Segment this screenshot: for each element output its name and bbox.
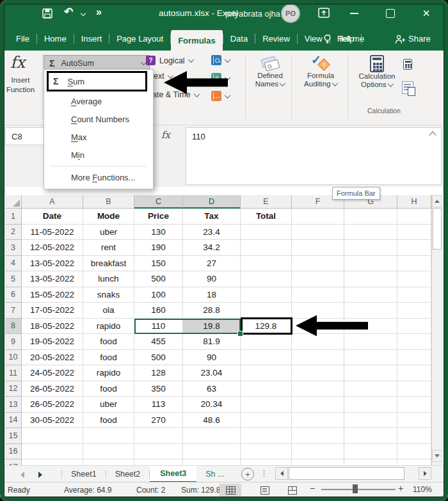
cell-B2[interactable]: uber [83, 225, 134, 241]
cell-D13[interactable]: 20.34 [183, 397, 241, 413]
tab-review[interactable]: Review [255, 27, 297, 51]
cell-H15[interactable] [397, 428, 431, 444]
cell-D3[interactable]: 34.2 [183, 240, 241, 256]
tab-page-layout[interactable]: Page Layout [109, 27, 170, 51]
cell-C13[interactable]: 113 [134, 397, 183, 413]
share-label[interactable]: Share [408, 34, 431, 44]
formula-auditing-button[interactable]: ✓ ! Formula Auditing [298, 55, 344, 88]
cell-H1[interactable] [397, 209, 431, 225]
hscroll-right-button[interactable] [419, 467, 431, 480]
cell-G11[interactable] [344, 365, 397, 381]
cell-G4[interactable] [344, 256, 397, 272]
cell-B7[interactable]: ola [83, 303, 134, 319]
cell-F17[interactable] [292, 459, 344, 465]
undo-chevron-icon[interactable] [81, 11, 86, 16]
menu-item-average[interactable]: Average [44, 92, 153, 110]
cell-A5[interactable]: 13-05-2022 [22, 271, 83, 287]
tab-data[interactable]: Data [223, 27, 255, 51]
new-sheet-button[interactable]: + [241, 468, 254, 481]
cell-B9[interactable]: food [83, 334, 134, 350]
sheet-nav-next-icon[interactable] [38, 472, 42, 478]
cell-H6[interactable] [397, 287, 431, 303]
row-header-9[interactable]: 9 [5, 334, 22, 350]
cell-C4[interactable]: 150 [134, 256, 183, 272]
cell-H4[interactable] [397, 256, 431, 272]
cell-A12[interactable]: 26-05-2022 [22, 381, 83, 397]
sheet-tab-sh[interactable]: Sh ... [196, 466, 233, 482]
cell-E10[interactable] [241, 350, 292, 366]
row-header-12[interactable]: 12 [5, 381, 22, 397]
cell-E5[interactable] [241, 271, 292, 287]
cell-A4[interactable]: 13-05-2022 [22, 256, 83, 272]
maximize-button[interactable] [382, 6, 399, 20]
cell-E9[interactable] [241, 334, 292, 350]
cell-F12[interactable] [292, 381, 344, 397]
column-header-A[interactable]: A [22, 195, 83, 209]
select-all-corner[interactable] [5, 195, 22, 209]
cell-H14[interactable] [397, 413, 431, 429]
cell-B4[interactable]: breakfast [83, 256, 134, 272]
cell-H9[interactable] [397, 334, 431, 350]
cell-F3[interactable] [292, 240, 344, 256]
cell-D17[interactable] [183, 459, 241, 465]
cell-A1[interactable]: Date [22, 209, 83, 225]
cell-F4[interactable] [292, 256, 344, 272]
cell-B3[interactable]: rent [83, 240, 134, 256]
cell-A3[interactable]: 12-05-2022 [22, 240, 83, 256]
hscroll-left-button[interactable] [275, 467, 288, 480]
vertical-scrollbar[interactable] [431, 195, 442, 465]
calculation-options-button[interactable]: Calculation Options [354, 55, 400, 88]
cell-F10[interactable] [292, 350, 344, 366]
cell-A10[interactable]: 20-05-2022 [22, 350, 83, 366]
cell-D12[interactable]: 63 [183, 381, 241, 397]
sheet-nav-prev-icon[interactable] [20, 472, 24, 478]
sheet-tab-sheet1[interactable]: Sheet1 [62, 466, 106, 482]
cell-D5[interactable]: 90 [183, 271, 241, 287]
cell-E12[interactable] [241, 381, 292, 397]
cell-G5[interactable] [344, 271, 397, 287]
row-header-16[interactable]: 16 [5, 444, 22, 460]
cell-H3[interactable] [397, 240, 431, 256]
minimize-button[interactable] [346, 6, 362, 20]
cell-D2[interactable]: 23.4 [183, 225, 241, 241]
scroll-down-button[interactable] [432, 450, 442, 462]
cell-B15[interactable] [83, 428, 134, 444]
cell-C2[interactable]: 130 [134, 225, 183, 241]
cell-E8[interactable]: 129.8 [241, 319, 292, 335]
cell-F13[interactable] [292, 397, 344, 413]
cell-D6[interactable]: 18 [183, 287, 241, 303]
cell-E2[interactable] [241, 225, 292, 241]
zoom-out-button[interactable]: − [310, 483, 315, 493]
cell-G16[interactable] [344, 444, 397, 460]
cell-D11[interactable]: 23.04 [183, 365, 241, 381]
menu-item-more-functions-[interactable]: More Functions... [44, 168, 153, 186]
row-header-14[interactable]: 14 [5, 413, 22, 429]
cell-B10[interactable]: food [83, 350, 134, 366]
cell-H13[interactable] [397, 397, 431, 413]
fx-icon[interactable]: fx [161, 129, 170, 141]
cell-C15[interactable] [134, 428, 183, 444]
cell-D16[interactable] [183, 444, 241, 460]
row-header-3[interactable]: 3 [5, 240, 22, 256]
cell-C3[interactable]: 190 [134, 240, 183, 256]
zoom-slider-track[interactable] [321, 489, 396, 490]
cell-C10[interactable]: 500 [134, 350, 183, 366]
cell-G15[interactable] [344, 428, 397, 444]
cell-H16[interactable] [397, 444, 431, 460]
cell-E16[interactable] [241, 444, 292, 460]
cell-H2[interactable] [397, 225, 431, 241]
cell-G6[interactable] [344, 287, 397, 303]
row-header-8[interactable]: 8 [5, 319, 22, 335]
cell-B8[interactable]: rapido [83, 319, 134, 335]
formula-bar-input[interactable]: 110 [186, 127, 442, 185]
tellme-group[interactable] [323, 34, 332, 47]
cell-C9[interactable]: 455 [134, 334, 183, 350]
cell-C14[interactable]: 270 [134, 413, 183, 429]
column-header-B[interactable]: B [83, 195, 134, 209]
scroll-up-button[interactable] [432, 195, 442, 207]
cell-D1[interactable]: Tax [183, 209, 241, 225]
tab-insert[interactable]: Insert [74, 27, 109, 51]
cell-H8[interactable] [397, 319, 431, 335]
cell-E7[interactable] [241, 303, 292, 319]
cell-H10[interactable] [397, 350, 431, 366]
